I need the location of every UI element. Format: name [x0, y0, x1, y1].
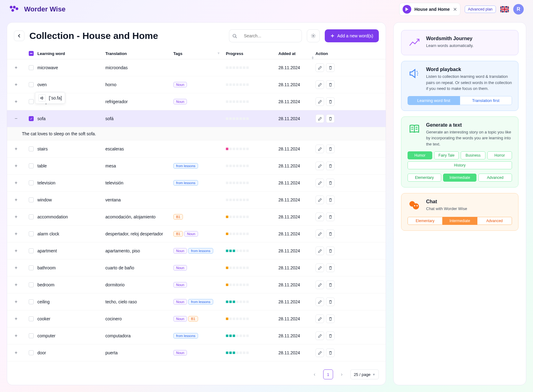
expand-icon[interactable]: +	[13, 248, 19, 254]
learning-first-button[interactable]: Learning word first	[408, 96, 460, 105]
row-checkbox[interactable]	[29, 299, 34, 304]
level-tab[interactable]: Intermediate	[443, 174, 477, 182]
delete-button[interactable]	[326, 348, 335, 357]
playback-chip[interactable]: House and Home ✕	[399, 3, 460, 16]
chat-level-tab[interactable]: Intermediate	[442, 217, 477, 225]
prev-page-button[interactable]: ‹	[310, 369, 319, 379]
play-icon[interactable]	[403, 5, 411, 14]
edit-button[interactable]	[315, 162, 324, 170]
expand-icon[interactable]: +	[13, 282, 19, 288]
edit-button[interactable]	[315, 63, 324, 72]
row-checkbox[interactable]	[29, 282, 34, 287]
genre-tab[interactable]: History	[408, 161, 512, 169]
edit-button[interactable]	[315, 145, 324, 153]
row-checkbox[interactable]	[29, 99, 34, 104]
row-checkbox[interactable]	[29, 214, 34, 219]
search-icon[interactable]	[229, 29, 240, 42]
delete-button[interactable]	[326, 80, 335, 89]
edit-button[interactable]	[315, 230, 324, 238]
sort-icon[interactable]: ▲▼	[311, 56, 314, 60]
delete-button[interactable]	[326, 145, 335, 153]
genre-tab[interactable]: Business	[461, 151, 485, 159]
row-checkbox[interactable]	[29, 248, 34, 253]
expand-icon[interactable]: +	[13, 146, 19, 152]
expand-icon[interactable]: +	[13, 99, 19, 104]
user-avatar[interactable]: R	[513, 4, 524, 15]
page-number[interactable]: 1	[323, 369, 333, 379]
expand-icon[interactable]: +	[13, 316, 19, 322]
expand-icon[interactable]: +	[13, 231, 19, 237]
delete-button[interactable]	[326, 63, 335, 72]
col-word[interactable]: Learning word	[37, 51, 105, 56]
expand-icon[interactable]: +	[13, 180, 19, 186]
back-button[interactable]	[14, 31, 24, 41]
sound-icon[interactable]	[38, 94, 46, 102]
edit-button[interactable]	[315, 114, 324, 123]
page-size-select[interactable]: 25 / page▼	[350, 369, 379, 379]
expand-icon[interactable]: +	[13, 214, 19, 220]
row-checkbox[interactable]	[29, 231, 34, 236]
chat-level-tab[interactable]: Elementary	[408, 217, 442, 225]
delete-button[interactable]	[326, 280, 335, 289]
edit-button[interactable]	[315, 263, 324, 272]
row-checkbox[interactable]	[29, 265, 34, 270]
delete-button[interactable]	[326, 196, 335, 204]
row-checkbox[interactable]	[29, 333, 34, 338]
filter-icon[interactable]: ▼	[217, 51, 220, 55]
expand-icon[interactable]: +	[13, 82, 19, 87]
row-checkbox[interactable]	[29, 163, 34, 168]
edit-button[interactable]	[315, 314, 324, 323]
expand-icon[interactable]: +	[13, 350, 19, 356]
expand-icon[interactable]: +	[13, 197, 19, 203]
translation-first-button[interactable]: Translation first	[460, 96, 512, 105]
edit-button[interactable]	[315, 179, 324, 187]
level-tab[interactable]: Advanced	[478, 174, 512, 182]
advanced-plan-button[interactable]: Advanced plan	[465, 6, 496, 13]
row-checkbox[interactable]	[29, 316, 34, 321]
row-checkbox[interactable]	[29, 82, 34, 87]
settings-button[interactable]	[307, 29, 320, 42]
delete-button[interactable]	[326, 263, 335, 272]
journey-card[interactable]: Wordsmith Journey Learn words automatica…	[401, 30, 518, 55]
col-translation[interactable]: Translation	[105, 51, 173, 56]
row-checkbox[interactable]	[29, 146, 34, 151]
edit-button[interactable]	[315, 213, 324, 221]
row-checkbox[interactable]	[29, 350, 34, 355]
select-all-checkbox[interactable]	[29, 51, 34, 56]
genre-tab[interactable]: Humor	[408, 151, 432, 159]
edit-button[interactable]	[315, 348, 324, 357]
expand-icon[interactable]: +	[13, 265, 19, 271]
delete-button[interactable]	[326, 162, 335, 170]
delete-button[interactable]	[326, 247, 335, 255]
chat-level-tab[interactable]: Advanced	[477, 217, 512, 225]
search-input[interactable]	[240, 29, 302, 42]
flag-uk-icon[interactable]	[500, 6, 509, 12]
row-checkbox[interactable]	[29, 65, 34, 70]
delete-button[interactable]	[326, 230, 335, 238]
edit-button[interactable]	[315, 80, 324, 89]
col-progress[interactable]: Progress	[226, 51, 278, 56]
collapse-icon[interactable]: −	[13, 116, 19, 121]
delete-button[interactable]	[326, 297, 335, 306]
delete-button[interactable]	[326, 331, 335, 340]
delete-button[interactable]	[326, 314, 335, 323]
edit-button[interactable]	[315, 196, 324, 204]
delete-button[interactable]	[326, 97, 335, 106]
edit-button[interactable]	[315, 97, 324, 106]
next-page-button[interactable]: ›	[337, 369, 347, 379]
edit-button[interactable]	[315, 331, 324, 340]
row-checkbox[interactable]	[29, 180, 34, 185]
col-added[interactable]: Added at▲▼	[278, 51, 315, 56]
expand-icon[interactable]: +	[13, 299, 19, 305]
delete-button[interactable]	[326, 213, 335, 221]
genre-tab[interactable]: Fairy Tale	[434, 151, 459, 159]
expand-icon[interactable]: +	[13, 65, 19, 70]
brand[interactable]: Worder Wise	[9, 5, 66, 13]
edit-button[interactable]	[315, 297, 324, 306]
edit-button[interactable]	[315, 247, 324, 255]
close-icon[interactable]: ✕	[453, 6, 457, 12]
table-scroll[interactable]: Learning word Translation Tags▼ Progress…	[7, 48, 386, 364]
add-word-button[interactable]: Add a new word(s)	[325, 29, 379, 42]
delete-button[interactable]	[326, 114, 335, 123]
col-tags[interactable]: Tags▼	[173, 51, 226, 56]
